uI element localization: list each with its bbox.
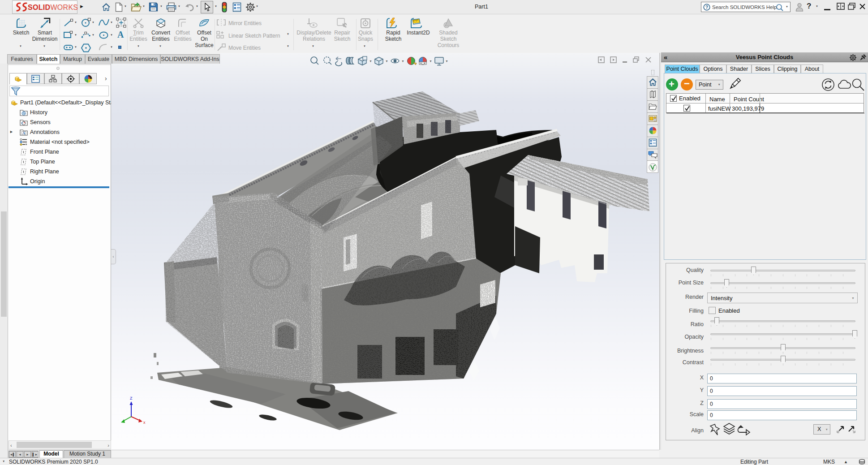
svg-text:Z: Z — [130, 396, 133, 400]
svg-text:▼: ▼ — [445, 60, 448, 63]
svg-text:▼: ▼ — [401, 60, 404, 63]
svg-text:▼: ▼ — [385, 60, 388, 63]
svg-text:?: ? — [705, 5, 708, 10]
svg-text:x: x — [143, 420, 146, 425]
svg-text:▼: ▼ — [429, 60, 432, 63]
svg-text:A: A — [22, 131, 26, 135]
svg-text:▼: ▼ — [369, 60, 372, 63]
